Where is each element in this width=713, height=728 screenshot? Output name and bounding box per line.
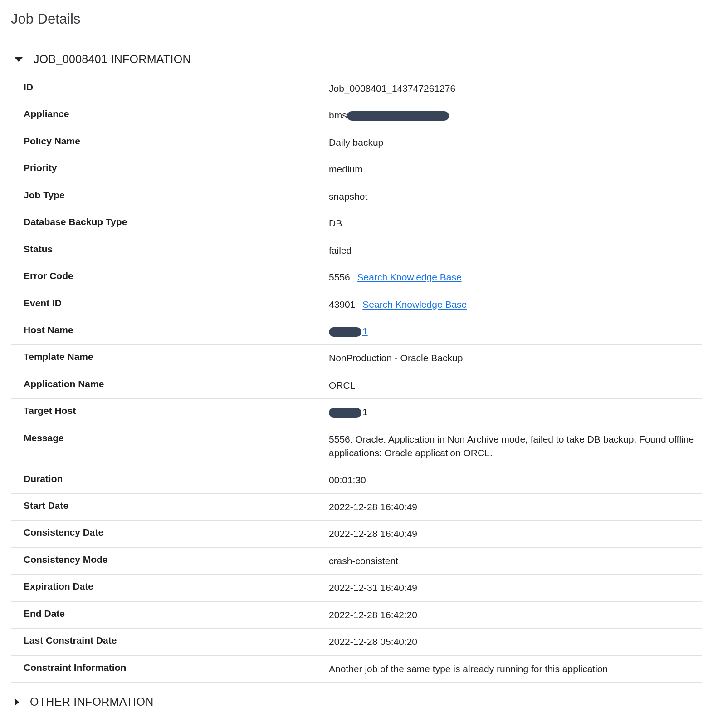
value-consistency-mode: crash-consistent <box>329 548 702 574</box>
section-title-other: OTHER INFORMATION <box>30 695 154 708</box>
label-priority: Priority <box>11 156 329 182</box>
section-other-information: OTHER INFORMATION <box>11 695 702 708</box>
value-db-backup-type: DB <box>329 210 702 236</box>
value-id: Job_0008401_143747261276 <box>329 75 702 102</box>
label-consistency-date: Consistency Date <box>11 521 329 547</box>
label-expiration-date: Expiration Date <box>11 575 329 601</box>
label-job-type: Job Type <box>11 183 329 210</box>
row-consistency-date: Consistency Date 2022-12-28 16:40:49 <box>11 520 702 547</box>
value-consistency-date: 2022-12-28 16:40:49 <box>329 521 702 547</box>
job-detail-table: ID Job_0008401_143747261276 Appliance bm… <box>11 75 702 683</box>
value-host-name: 1 <box>329 318 702 344</box>
label-error-code: Error Code <box>11 264 329 290</box>
value-start-date: 2022-12-28 16:40:49 <box>329 494 702 520</box>
redaction-block <box>329 408 361 418</box>
kb-link-event-id[interactable]: Search Knowledge Base <box>362 299 467 310</box>
chevron-right-icon <box>15 698 19 706</box>
label-policy-name: Policy Name <box>11 129 329 156</box>
row-db-backup-type: Database Backup Type DB <box>11 210 702 236</box>
section-job-information: JOB_0008401 INFORMATION ID Job_0008401_1… <box>11 53 702 683</box>
label-event-id: Event ID <box>11 291 329 318</box>
appliance-prefix: bms <box>329 110 347 120</box>
value-priority: medium <box>329 156 702 182</box>
section-title: JOB_0008401 INFORMATION <box>34 53 191 66</box>
label-consistency-mode: Consistency Mode <box>11 548 329 574</box>
section-header-other-information[interactable]: OTHER INFORMATION <box>11 695 702 708</box>
redaction-block <box>347 111 449 121</box>
label-constraint-info: Constraint Information <box>11 656 329 682</box>
host-name-suffix: 1 <box>362 326 368 336</box>
row-policy-name: Policy Name Daily backup <box>11 129 702 156</box>
label-target-host: Target Host <box>11 399 329 425</box>
value-job-type: snapshot <box>329 183 702 210</box>
label-appliance: Appliance <box>11 102 329 128</box>
row-end-date: End Date 2022-12-28 16:42:20 <box>11 601 702 628</box>
value-event-id: 43901 Search Knowledge Base <box>329 291 702 318</box>
value-status: failed <box>329 237 702 264</box>
value-expiration-date: 2022-12-31 16:40:49 <box>329 575 702 601</box>
target-host-suffix: 1 <box>362 407 368 417</box>
value-appliance: bms <box>329 102 702 128</box>
row-duration: Duration 00:01:30 <box>11 467 702 493</box>
chevron-down-icon <box>15 57 23 62</box>
row-application-name: Application Name ORCL <box>11 372 702 398</box>
label-end-date: End Date <box>11 602 329 628</box>
row-last-constraint-date: Last Constraint Date 2022-12-28 05:40:20 <box>11 628 702 655</box>
row-template-name: Template Name NonProduction - Oracle Bac… <box>11 344 702 371</box>
label-message: Message <box>11 426 329 467</box>
row-id: ID Job_0008401_143747261276 <box>11 75 702 102</box>
section-header-job-information[interactable]: JOB_0008401 INFORMATION <box>11 53 702 66</box>
value-end-date: 2022-12-28 16:42:20 <box>329 602 702 628</box>
row-job-type: Job Type snapshot <box>11 183 702 210</box>
error-code-number: 5556 <box>329 272 350 282</box>
value-target-host: 1 <box>329 399 702 425</box>
row-constraint-info: Constraint Information Another job of th… <box>11 655 702 683</box>
row-message: Message 5556: Oracle: Application in Non… <box>11 426 702 467</box>
label-application-name: Application Name <box>11 372 329 398</box>
kb-link-error-code[interactable]: Search Knowledge Base <box>357 272 462 282</box>
row-host-name: Host Name 1 <box>11 318 702 344</box>
host-name-link[interactable]: 1 <box>329 326 368 336</box>
row-priority: Priority medium <box>11 156 702 182</box>
row-consistency-mode: Consistency Mode crash-consistent <box>11 547 702 574</box>
value-template-name: NonProduction - Oracle Backup <box>329 345 702 371</box>
value-message: 5556: Oracle: Application in Non Archive… <box>329 426 702 467</box>
row-target-host: Target Host 1 <box>11 398 702 425</box>
label-db-backup-type: Database Backup Type <box>11 210 329 236</box>
label-id: ID <box>11 75 329 102</box>
label-start-date: Start Date <box>11 494 329 520</box>
row-error-code: Error Code 5556 Search Knowledge Base <box>11 264 702 290</box>
row-status: Status failed <box>11 237 702 264</box>
value-application-name: ORCL <box>329 372 702 398</box>
label-status: Status <box>11 237 329 264</box>
label-host-name: Host Name <box>11 318 329 344</box>
row-event-id: Event ID 43901 Search Knowledge Base <box>11 291 702 318</box>
row-expiration-date: Expiration Date 2022-12-31 16:40:49 <box>11 574 702 601</box>
row-appliance: Appliance bms <box>11 102 702 128</box>
label-last-constraint-date: Last Constraint Date <box>11 629 329 655</box>
label-duration: Duration <box>11 467 329 493</box>
label-template-name: Template Name <box>11 345 329 371</box>
value-duration: 00:01:30 <box>329 467 702 493</box>
value-last-constraint-date: 2022-12-28 05:40:20 <box>329 629 702 655</box>
redaction-block <box>329 327 361 337</box>
row-start-date: Start Date 2022-12-28 16:40:49 <box>11 493 702 520</box>
value-policy-name: Daily backup <box>329 129 702 156</box>
event-id-number: 43901 <box>329 299 355 310</box>
value-error-code: 5556 Search Knowledge Base <box>329 264 702 290</box>
page-title: Job Details <box>11 11 702 27</box>
value-constraint-info: Another job of the same type is already … <box>329 656 702 682</box>
